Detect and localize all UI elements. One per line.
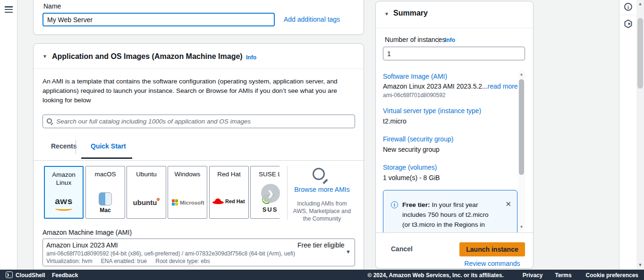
tab-recents[interactable]: Recents <box>51 142 76 150</box>
collapsed-nav-sidebar <box>0 0 17 270</box>
footer-right-links: © 2024, Amazon Web Services, Inc. or its… <box>367 272 638 279</box>
scroll-up-icon[interactable]: ▲ <box>636 1 644 6</box>
chevron-down-icon: ▼ <box>346 249 351 255</box>
browse-more-amis-link[interactable]: Browse more AMIs <box>294 186 350 193</box>
number-of-instances-input[interactable] <box>383 47 525 60</box>
browse-more-amis-note: Including AMIs from AWS, Marketplace and… <box>292 200 352 222</box>
os-card-label: macOS <box>86 170 125 178</box>
info-panel-icon[interactable]: i <box>624 3 632 11</box>
divider <box>76 140 76 154</box>
firewall-link[interactable]: Firewall (security group) <box>383 135 453 143</box>
tab-quick-start[interactable]: Quick Start <box>91 142 126 150</box>
read-more-link[interactable]: read more <box>488 82 518 90</box>
close-icon[interactable]: ✕ <box>505 200 511 208</box>
scrollbar-thumb[interactable] <box>519 79 524 175</box>
console-footer-bar: ❯_ CloudShell Feedback © 2024, Amazon We… <box>0 270 644 280</box>
terms-link[interactable]: Terms <box>555 272 571 279</box>
ami-select-label: Amazon Machine Image (AMI) <box>42 229 132 236</box>
info-icon: i <box>391 201 398 208</box>
section-collapse-icon[interactable]: ▼ <box>384 11 389 16</box>
cookie-preferences-link[interactable]: Cookie preferences <box>586 272 638 279</box>
firewall-value: New security group <box>383 146 440 153</box>
ami-id-text: ami-06c68f701d8090592 <box>383 92 446 99</box>
summary-title: Summary <box>393 9 428 17</box>
storage-value: 1 volume(s) - 8 GiB <box>383 174 440 181</box>
name-field-label: Name <box>43 2 61 10</box>
scroll-down-icon[interactable]: ▼ <box>518 225 525 229</box>
hexagon-panel-icon[interactable] <box>624 19 633 28</box>
hamburger-menu-icon[interactable] <box>5 6 13 13</box>
free-tier-eligible-badge: Free tier eligible <box>297 241 345 249</box>
divider <box>376 28 533 28</box>
active-tab-underline <box>81 157 132 159</box>
number-of-instances-label: Number of instances <box>385 36 445 43</box>
search-icon <box>47 118 54 125</box>
os-cards-carousel: Amazon Linux aws macOS Mac Ubuntu ubuntu… <box>42 165 280 221</box>
os-card-red-hat[interactable]: Red Hat Red Hat <box>209 166 249 219</box>
divider <box>34 68 364 69</box>
mac-logo-icon <box>99 192 112 206</box>
review-commands-link[interactable]: Review commands <box>459 260 525 267</box>
aws-logo-icon: aws <box>45 196 83 211</box>
os-card-ubuntu[interactable]: Ubuntu ubuntu <box>127 166 166 219</box>
os-card-label: Amazon Linux <box>45 171 83 187</box>
os-card-label: Ubuntu <box>127 170 166 178</box>
page-scrollbar[interactable]: ▲ ▼ <box>636 0 644 270</box>
microsoft-logo-icon: Microsoft <box>172 199 204 206</box>
section-collapse-icon[interactable]: ▼ <box>42 54 47 59</box>
ec2-launch-instance-page: Name Add additional tags ▼ Application a… <box>0 0 644 280</box>
right-tools-rail <box>619 0 636 270</box>
summary-scroll-area: Software Image (AMI) Amazon Linux 2023 A… <box>376 68 533 233</box>
privacy-link[interactable]: Privacy <box>523 272 543 279</box>
ami-section-title: Application and OS Images (Amazon Machin… <box>52 52 243 61</box>
divider <box>438 36 439 44</box>
ami-details-text: Virtualization: hvmENA enabled: trueRoot… <box>46 258 219 264</box>
cancel-button[interactable]: Cancel <box>391 245 413 253</box>
free-tier-notice: i Free tier: In your first year includes… <box>383 190 517 233</box>
add-additional-tags-link[interactable]: Add additional tags <box>284 16 340 23</box>
instance-type-value: t2.micro <box>383 117 407 125</box>
divider <box>34 160 364 161</box>
carousel-next-button[interactable]: ❯ <box>261 184 280 203</box>
search-icon <box>313 168 330 185</box>
os-card-label: Windows <box>168 170 207 178</box>
software-image-value: Amazon Linux 2023 AMI 2023.5.2...read mo… <box>383 82 518 90</box>
os-card-windows[interactable]: Windows Microsoft <box>168 166 207 219</box>
summary-scrollbar[interactable]: ▲ ▼ <box>518 70 525 231</box>
feedback-link[interactable]: Feedback <box>52 272 78 279</box>
software-image-link[interactable]: Software Image (AMI) <box>383 73 447 80</box>
divider <box>287 166 288 220</box>
chevron-right-icon: ❯ <box>267 189 273 198</box>
os-card-macos[interactable]: macOS Mac <box>85 166 125 219</box>
instance-type-link[interactable]: Virtual server type (instance type) <box>383 107 481 115</box>
storage-link[interactable]: Storage (volumes) <box>383 164 437 171</box>
scroll-down-icon[interactable]: ▼ <box>636 263 644 267</box>
launch-instance-button[interactable]: Launch instance <box>459 242 525 256</box>
os-card-label: SUSE L <box>251 170 280 178</box>
instances-info-link[interactable]: Info <box>445 37 455 43</box>
ami-selected-name: Amazon Linux 2023 AMI <box>46 241 118 249</box>
instance-name-input[interactable] <box>42 13 275 26</box>
scrollbar-thumb[interactable] <box>637 18 643 89</box>
os-card-label: Red Hat <box>210 170 248 178</box>
cloudshell-link[interactable]: CloudShell <box>16 272 45 279</box>
ami-search-box <box>42 115 355 128</box>
ami-ids-text: ami-06c68f701d8090592 (64-bit (x86), uef… <box>46 250 295 257</box>
ami-section-info-link[interactable]: Info <box>246 54 256 61</box>
os-card-amazon-linux[interactable]: Amazon Linux aws <box>44 166 84 219</box>
copyright-text: © 2024, Amazon Web Services, Inc. or its… <box>367 272 503 279</box>
ubuntu-logo-icon: ubuntu <box>127 198 166 206</box>
free-tier-text: Free tier: In your first year includes 7… <box>402 200 497 233</box>
cloudshell-terminal-icon[interactable]: ❯_ <box>6 272 13 278</box>
ami-section-description: An AMI is a template that contains the s… <box>42 77 358 105</box>
divider <box>619 15 636 15</box>
ami-search-input[interactable] <box>56 115 349 128</box>
scroll-up-icon[interactable]: ▲ <box>518 72 525 76</box>
red-hat-logo-icon: Red Hat <box>212 198 245 204</box>
